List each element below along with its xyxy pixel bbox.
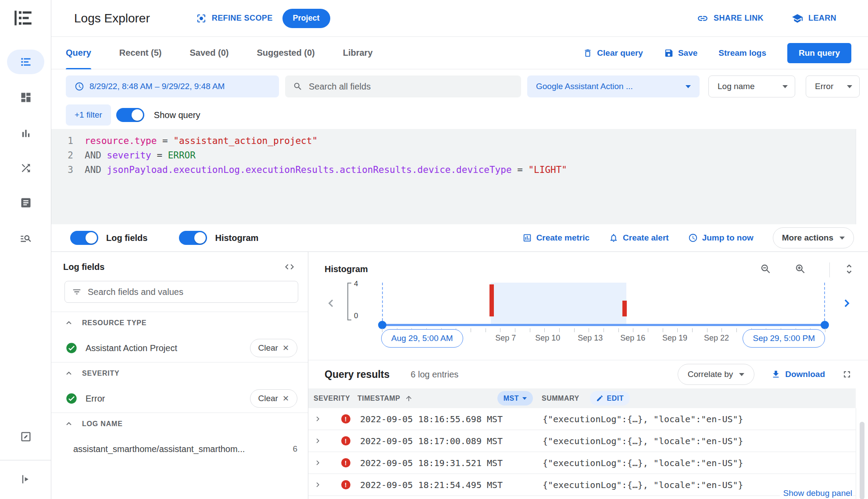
project-scope-badge[interactable]: Project [282, 9, 330, 28]
show-query-label: Show query [154, 110, 200, 120]
nav-logs-storage-icon[interactable] [7, 190, 44, 215]
expand-row-icon[interactable] [314, 415, 333, 423]
section-label: LOG NAME [82, 420, 123, 428]
search-all-fields[interactable] [285, 75, 521, 97]
more-actions-label: More actions [782, 233, 833, 243]
unfold-panel-icon[interactable] [843, 263, 855, 275]
show-query-toggle[interactable] [116, 108, 144, 122]
section-label: SEVERITY [82, 370, 120, 377]
results-scrollbar[interactable] [860, 422, 864, 499]
page-header: Logs Explorer REFINE SCOPE Project SHARE… [51, 0, 868, 37]
log-name-filter-chip[interactable]: Log name [708, 75, 795, 97]
learn-button[interactable]: LEARN [792, 13, 836, 24]
expand-row-icon[interactable] [314, 481, 333, 489]
time-range-chip[interactable]: 8/29/22, 8:48 AM – 9/29/22, 9:48 AM [66, 75, 279, 97]
results-table-header: SEVERITY TIMESTAMP MST SUMMARY EDIT [308, 388, 856, 408]
nav-release-notes-icon[interactable] [7, 424, 44, 449]
run-query-button[interactable]: Run query [787, 43, 851, 63]
create-alert-button[interactable]: Create alert [609, 233, 669, 243]
section-resource-type-header[interactable]: RESOURCE TYPE [51, 312, 308, 334]
show-debug-panel-link[interactable]: Show debug panel [780, 488, 852, 498]
expand-row-icon[interactable] [314, 459, 333, 467]
query-editor-lines[interactable]: resource.type = "assistant_action_projec… [73, 134, 567, 224]
tab-suggested[interactable]: Suggested (0) [257, 37, 314, 69]
y-axis-max-label: 4 [354, 280, 365, 288]
severity-filter-chip[interactable]: Error [806, 75, 860, 97]
query-editor[interactable]: 1 2 3 resource.type = "assistant_action_… [51, 129, 856, 224]
log-entry-row[interactable]: ! 2022-09-05 18:19:31.521 MST {"executio… [308, 452, 856, 474]
severity-selected-item: Error Clear ✕ [51, 384, 308, 413]
tab-query[interactable]: Query [66, 37, 91, 69]
edit-summary-button[interactable]: EDIT [590, 391, 630, 406]
nav-log-router-icon[interactable] [7, 156, 44, 180]
clear-severity-button[interactable]: Clear ✕ [250, 389, 298, 408]
log-entry-row[interactable]: ! 2022-09-05 18:16:55.698 MST {"executio… [308, 408, 856, 430]
create-metric-button[interactable]: Create metric [522, 233, 589, 243]
refine-scope-button[interactable]: REFINE SCOPE [196, 13, 273, 24]
tab-recent[interactable]: Recent (5) [119, 37, 162, 69]
item-count: 6 [293, 444, 297, 454]
more-filters-chip[interactable]: +1 filter [66, 104, 111, 126]
column-timestamp[interactable]: TIMESTAMP [357, 395, 400, 402]
log-fields-panel: Log fields RESOURCE TYPE Assistant Actio… [51, 252, 308, 499]
more-actions-button[interactable]: More actions [773, 227, 854, 248]
axis-tick-label: Sep 16 [620, 334, 645, 343]
histogram-title: Histogram [325, 264, 368, 274]
nav-logs-dashboard-icon[interactable] [7, 85, 44, 110]
cloud-logging-logo-icon [12, 7, 34, 29]
nav-log-based-metrics-icon[interactable] [7, 121, 44, 146]
share-link-button[interactable]: SHARE LINK [697, 13, 764, 24]
search-all-fields-input[interactable] [309, 82, 513, 92]
clear-query-button[interactable]: Clear query [583, 48, 643, 58]
code-token: "assistant_action_project" [173, 136, 318, 146]
range-start-pill[interactable]: Aug 29, 5:00 AM [381, 329, 463, 348]
log-entry-row[interactable]: ! 2022-09-05 18:21:54.495 MST {"executio… [308, 474, 856, 496]
fullscreen-icon[interactable] [842, 369, 852, 380]
code-token: severity [107, 150, 151, 161]
log-fields-search-input[interactable] [88, 287, 291, 297]
histogram-toggle[interactable] [179, 231, 207, 245]
query-line[interactable]: AND severity = ERROR [85, 148, 567, 163]
stream-logs-button[interactable]: Stream logs [718, 48, 766, 58]
query-line[interactable]: resource.type = "assistant_action_projec… [85, 134, 567, 148]
section-log-name-header[interactable]: LOG NAME [51, 413, 308, 435]
time-slider-track[interactable] [382, 324, 825, 326]
nav-expand-panel-icon[interactable] [7, 467, 44, 492]
query-editor-gutter: 1 2 3 [51, 134, 73, 224]
range-end-pill[interactable]: Sep 29, 5:00 PM [743, 329, 825, 348]
histogram-bar[interactable] [489, 284, 494, 316]
query-line[interactable]: AND jsonPayload.executionLog.executionRe… [85, 163, 567, 177]
jump-to-now-button[interactable]: Jump to now [688, 233, 754, 243]
log-fields-search[interactable] [64, 281, 298, 303]
section-severity-header[interactable]: SEVERITY [51, 363, 308, 384]
sort-ascending-icon[interactable] [405, 395, 413, 402]
code-token: resource.type [85, 136, 157, 146]
log-entry-row[interactable]: ! 2022-09-05 18:17:00.089 MST {"executio… [308, 430, 856, 452]
resource-filter-chip[interactable]: Google Assistant Action ... [527, 75, 700, 97]
save-button[interactable]: Save [664, 48, 697, 58]
jump-to-now-label: Jump to now [702, 233, 754, 243]
check-circle-icon [65, 342, 78, 354]
school-icon [792, 13, 803, 24]
log-fields-toggle[interactable] [70, 231, 98, 245]
histogram-prev-icon[interactable] [325, 297, 338, 310]
log-name-item[interactable]: assistant_smarthome/assistant_smarthom..… [51, 435, 308, 463]
timezone-selector[interactable]: MST [497, 391, 533, 406]
collapse-panel-icon[interactable] [284, 262, 295, 272]
item-label: Assistant Action Project [86, 343, 177, 353]
tab-saved[interactable]: Saved (0) [190, 37, 229, 69]
nav-logs-explorer-icon[interactable] [7, 50, 44, 74]
save-icon [664, 48, 674, 58]
nav-log-analytics-icon[interactable] [7, 226, 44, 251]
clear-label: Clear [258, 394, 278, 403]
histogram-next-icon[interactable] [840, 297, 853, 310]
tab-library[interactable]: Library [343, 37, 373, 69]
histogram-plot[interactable]: Aug 29, 5:00 AM Sep 7 Sep 10 Sep 13 Sep … [382, 252, 825, 360]
divider [829, 262, 830, 277]
histogram-bar[interactable] [622, 301, 627, 317]
clear-resource-type-button[interactable]: Clear ✕ [250, 339, 298, 357]
download-button[interactable]: Download [771, 370, 825, 379]
log-summary: {"executionLog":{…}, "locale":"en-US"} [543, 414, 856, 424]
correlate-by-button[interactable]: Correlate by [678, 364, 755, 385]
expand-row-icon[interactable] [314, 437, 333, 445]
